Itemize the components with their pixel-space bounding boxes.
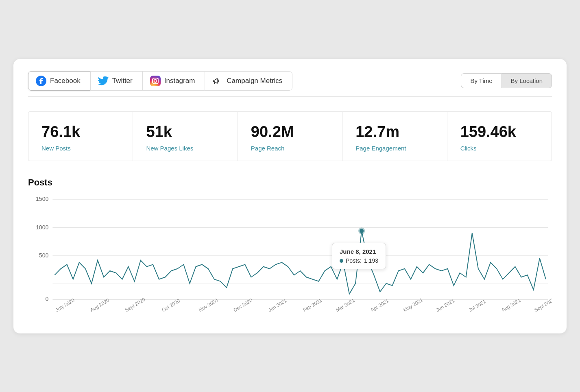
metrics-row: 76.1k New Posts 51k New Pages Likes 90.2…: [28, 111, 552, 161]
dashboard-card: Facebook Twitter: [13, 59, 567, 333]
svg-text:1000: 1000: [36, 224, 48, 230]
tab-campaign[interactable]: Campaign Metrics: [205, 71, 292, 91]
metric-page-engagement-label: Page Engagement: [355, 145, 434, 152]
metric-page-likes: 51k New Pages Likes: [133, 112, 238, 161]
metric-page-reach-value: 90.2M: [251, 123, 329, 141]
svg-text:Jul 2021: Jul 2021: [468, 298, 487, 313]
metric-new-posts-label: New Posts: [41, 145, 120, 152]
svg-text:Mar 2021: Mar 2021: [335, 297, 355, 313]
metric-page-likes-value: 51k: [146, 123, 224, 141]
svg-text:Sept 2021: Sept 2021: [533, 296, 552, 313]
svg-text:500: 500: [39, 252, 49, 258]
tab-twitter-label: Twitter: [112, 77, 133, 85]
svg-rect-1: [150, 76, 161, 86]
top-nav: Facebook Twitter: [28, 71, 552, 97]
chart-section: Posts 1500 1000 500 0 July: [28, 177, 552, 321]
tab-instagram[interactable]: Instagram: [142, 71, 205, 91]
metric-page-engagement-value: 12.7m: [355, 123, 434, 141]
twitter-icon: [98, 76, 109, 86]
metric-page-reach-label: Page Reach: [251, 145, 329, 152]
metric-new-posts-value: 76.1k: [41, 123, 120, 141]
metric-page-engagement: 12.7m Page Engagement: [342, 112, 447, 161]
chart-container: 1500 1000 500 0 July 2020 Aug 2020 Sept …: [28, 195, 552, 321]
svg-text:Jan 2021: Jan 2021: [267, 298, 288, 313]
tab-facebook-label: Facebook: [50, 77, 81, 85]
metric-page-reach: 90.2M Page Reach: [238, 112, 342, 161]
facebook-icon: [36, 76, 46, 86]
by-location-button[interactable]: By Location: [502, 73, 552, 88]
tab-instagram-label: Instagram: [164, 77, 195, 85]
svg-text:Jun 2021: Jun 2021: [435, 298, 456, 313]
campaign-icon: [212, 76, 223, 86]
chart-svg: 1500 1000 500 0 July 2020 Aug 2020 Sept …: [28, 195, 552, 321]
svg-text:Sept 2020: Sept 2020: [124, 296, 146, 313]
tab-twitter[interactable]: Twitter: [90, 71, 142, 91]
instagram-icon: [150, 76, 161, 86]
svg-text:0: 0: [45, 296, 48, 302]
metric-page-likes-label: New Pages Likes: [146, 145, 224, 152]
svg-point-15: [360, 229, 364, 233]
metric-clicks-value: 159.46k: [460, 123, 539, 141]
svg-text:Apr 2021: Apr 2021: [370, 298, 390, 313]
by-time-button[interactable]: By Time: [461, 73, 502, 88]
svg-text:Feb 2021: Feb 2021: [302, 297, 323, 313]
svg-point-4: [157, 78, 158, 78]
metric-new-posts: 76.1k New Posts: [28, 112, 133, 161]
view-toggle: By Time By Location: [461, 73, 552, 88]
svg-text:Oct 2020: Oct 2020: [161, 298, 181, 313]
svg-text:1500: 1500: [36, 196, 48, 202]
metric-clicks-label: Clicks: [460, 145, 539, 152]
chart-title: Posts: [28, 177, 552, 188]
tab-campaign-label: Campaign Metrics: [227, 77, 282, 85]
metric-clicks: 159.46k Clicks: [447, 112, 552, 161]
platform-tabs: Facebook Twitter: [28, 71, 292, 91]
tab-facebook[interactable]: Facebook: [28, 71, 90, 91]
